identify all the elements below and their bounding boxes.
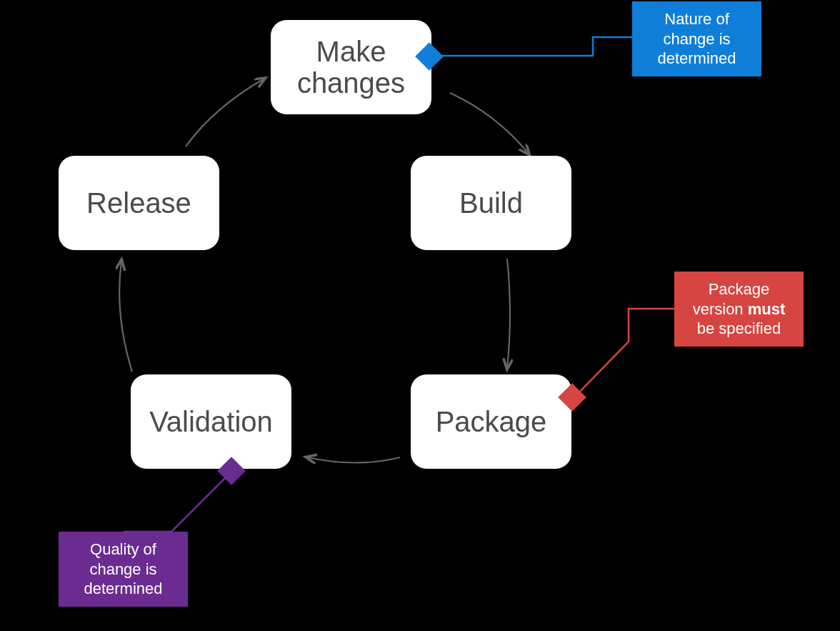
callout-purple-text: Quality of change is determined	[67, 540, 179, 599]
connector-blue	[431, 37, 632, 56]
node-release: Release	[59, 156, 219, 250]
node-validation-label: Validation	[149, 406, 273, 437]
callout-blue-text: Nature of change is determined	[641, 9, 753, 69]
callout-red-post: be specified	[697, 319, 781, 337]
node-release-label: Release	[86, 187, 191, 219]
node-package: Package	[411, 374, 571, 469]
node-package-label: Package	[436, 406, 547, 437]
node-validation: Validation	[131, 374, 291, 469]
arrow-build-package	[507, 259, 510, 368]
callout-red-bold: must	[748, 300, 786, 318]
callout-purple: Quality of change is determined	[59, 532, 188, 607]
node-make-changes: Make changes	[271, 20, 431, 114]
connector-purple	[124, 472, 231, 532]
node-build: Build	[411, 156, 571, 250]
arrow-release-makechanges	[186, 79, 264, 146]
callout-red-text: Package version must be specified	[683, 279, 795, 339]
callout-red: Package version must be specified	[674, 272, 804, 347]
node-make-changes-label: Make changes	[282, 36, 420, 99]
connector-red	[574, 309, 674, 397]
arrow-validation-release	[119, 261, 132, 372]
callout-blue: Nature of change is determined	[632, 1, 761, 76]
node-build-label: Build	[459, 187, 523, 219]
arrow-package-validation	[307, 457, 400, 463]
arrow-makechanges-build	[450, 93, 529, 154]
